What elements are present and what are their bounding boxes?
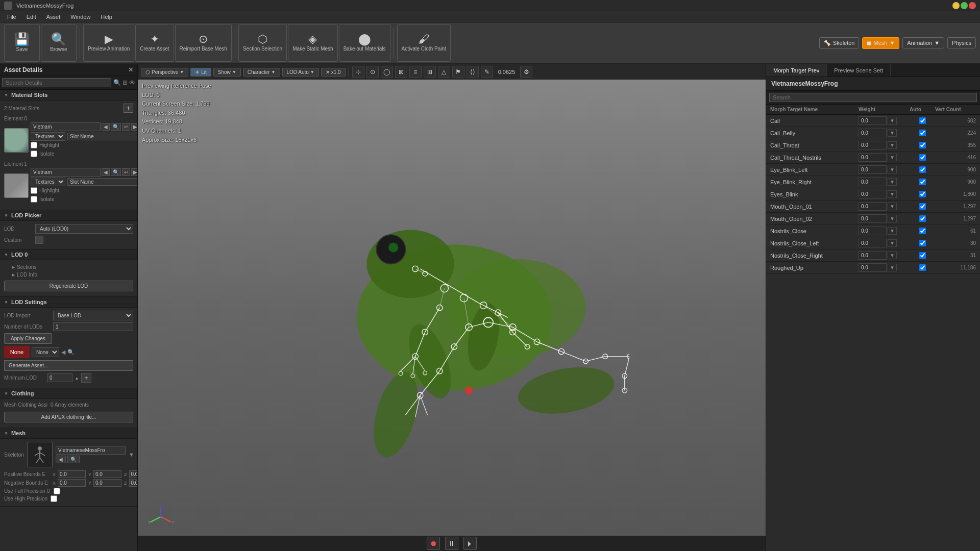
generate-asset-button[interactable]: Generate Asset... <box>4 360 133 371</box>
mesh-section-header[interactable]: Mesh <box>0 428 137 439</box>
morph-weight-down-8[interactable]: ▼ <box>888 215 897 222</box>
material-1-slot-name[interactable] <box>67 178 138 186</box>
menu-edit[interactable]: Edit <box>21 13 41 21</box>
morph-weight-down-10[interactable]: ▼ <box>888 239 897 247</box>
mesh-mode-button[interactable]: ◼ Mesh ▼ <box>862 37 899 49</box>
morph-auto-checkbox-10[interactable] <box>919 240 926 246</box>
morph-weight-down-1[interactable]: ▼ <box>888 129 897 137</box>
none-dropdown[interactable]: None <box>32 347 59 357</box>
save-button[interactable]: 💾 Save <box>4 24 40 62</box>
material-0-find[interactable]: 🔍 <box>111 123 121 131</box>
maximize-button[interactable] <box>961 2 968 9</box>
eye-icon[interactable]: 👁 <box>129 79 135 86</box>
morph-weight-input-3[interactable] <box>859 153 887 162</box>
morph-weight-down-7[interactable]: ▼ <box>888 203 897 210</box>
morph-auto-checkbox-0[interactable] <box>919 117 926 124</box>
material-0-slot-type[interactable]: Textures <box>31 132 65 141</box>
material-1-arrow-left[interactable]: ◀ <box>102 168 110 176</box>
morph-weight-down-6[interactable]: ▼ <box>888 190 897 198</box>
morph-weight-down-4[interactable]: ▼ <box>888 166 897 173</box>
morph-auto-checkbox-5[interactable] <box>919 179 926 185</box>
negative-bounds-x-input[interactable] <box>58 479 86 487</box>
custom-checkbox[interactable] <box>35 236 43 244</box>
material-0-arrow-left[interactable]: ◀ <box>102 123 110 131</box>
morph-auto-checkbox-2[interactable] <box>919 142 926 148</box>
play-button[interactable]: ⏵ <box>463 537 477 550</box>
search-details-input[interactable] <box>2 78 111 87</box>
material-0-reset[interactable]: ↩ <box>122 123 130 131</box>
clothing-section-header[interactable]: Clothing <box>0 388 137 399</box>
morph-auto-checkbox-9[interactable] <box>919 228 926 234</box>
lod-arrow-left[interactable]: ◀ <box>61 349 65 356</box>
morph-weight-down-2[interactable]: ▼ <box>888 141 897 149</box>
vp-tool-10[interactable]: ✎ <box>481 66 493 78</box>
apply-changes-button[interactable]: Apply Changes <box>4 333 52 344</box>
morph-auto-checkbox-7[interactable] <box>919 203 926 210</box>
lod-arrow-right[interactable]: 🔍 <box>67 349 75 356</box>
material-1-find[interactable]: 🔍 <box>111 168 121 176</box>
morph-weight-down-3[interactable]: ▼ <box>888 154 897 161</box>
skeleton-name-input[interactable] <box>56 446 126 455</box>
scale-button[interactable]: ✕ x1.0 <box>321 68 346 77</box>
morph-auto-checkbox-6[interactable] <box>919 191 926 197</box>
morph-weight-input-9[interactable] <box>859 227 887 235</box>
skeleton-mode-button[interactable]: 🦴 Skeleton <box>819 37 860 49</box>
browse-button[interactable]: 🔍 Browse <box>41 24 77 62</box>
morph-auto-checkbox-12[interactable] <box>919 264 926 271</box>
viewport[interactable]: ⬡ Perspective ▼ ☀ Lit Show ▼ Character ▼… <box>138 64 766 551</box>
morph-auto-checkbox-4[interactable] <box>919 166 926 173</box>
lod0-section-header[interactable]: LOD 0 <box>0 249 137 260</box>
morph-weight-down-9[interactable]: ▼ <box>888 227 897 235</box>
menu-file[interactable]: File <box>2 13 21 21</box>
close-button[interactable] <box>969 2 976 9</box>
close-left-panel-button[interactable]: ✕ <box>128 66 133 73</box>
morph-auto-checkbox-8[interactable] <box>919 215 926 222</box>
vp-tool-9[interactable]: ⟨⟩ <box>467 66 479 78</box>
morph-weight-down-0[interactable]: ▼ <box>888 117 897 124</box>
morph-weight-input-4[interactable] <box>859 165 887 174</box>
character-button[interactable]: Character ▼ <box>243 68 280 77</box>
material-1-isolate-checkbox[interactable] <box>31 196 37 203</box>
high-precision-checkbox[interactable] <box>51 495 57 502</box>
morph-weight-input-11[interactable] <box>859 251 887 260</box>
vp-tool-2[interactable]: ⊙ <box>366 66 379 78</box>
skeleton-search[interactable]: 🔍 <box>67 456 80 463</box>
bake-out-materials-button[interactable]: ⬤ Bake out Materials <box>339 24 390 62</box>
material-1-reset[interactable]: ↩ <box>122 168 130 176</box>
morph-weight-down-5[interactable]: ▼ <box>888 178 897 186</box>
add-material-slot-button[interactable]: + <box>124 104 133 113</box>
menu-window[interactable]: Window <box>65 13 95 21</box>
preview-animation-button[interactable]: ▶ Preview Animation <box>83 24 134 62</box>
full-precision-checkbox[interactable] <box>54 488 60 494</box>
menu-asset[interactable]: Asset <box>41 13 66 21</box>
morph-weight-input-6[interactable] <box>859 190 887 198</box>
add-lod-button[interactable]: + <box>81 373 91 383</box>
lod-select[interactable]: Auto (LOD0) <box>35 224 133 234</box>
positive-bounds-x-input[interactable] <box>58 470 86 478</box>
material-1-expand[interactable]: ▶ <box>131 168 138 176</box>
morph-weight-input-1[interactable] <box>859 129 887 137</box>
morph-weight-input-8[interactable] <box>859 214 887 223</box>
material-0-slot-name[interactable] <box>67 133 138 140</box>
reimport-base-mesh-button[interactable]: ⊙ Reimport Base Mesh <box>175 24 232 62</box>
vp-tool-8[interactable]: ⚑ <box>452 66 464 78</box>
morph-target-prev-tab[interactable]: Morph Target Prev <box>766 64 827 77</box>
material-1-highlight-checkbox[interactable] <box>31 187 37 194</box>
material-0-highlight-checkbox[interactable] <box>31 142 37 148</box>
material-slots-section-header[interactable]: Material Slots <box>0 90 137 101</box>
material-0-name-input[interactable] <box>31 122 101 131</box>
lit-button[interactable]: ☀ Lit <box>190 68 211 77</box>
material-0-expand[interactable]: ▶ <box>131 123 138 131</box>
regenerate-lod-button[interactable]: Regenerate LOD <box>4 281 133 291</box>
num-lods-input[interactable] <box>53 322 133 331</box>
morph-search-input[interactable] <box>769 93 977 102</box>
make-static-mesh-button[interactable]: ◈ Make Static Mesh <box>288 24 337 62</box>
record-button[interactable]: ⏺ <box>427 537 440 550</box>
skeleton-arrow-left[interactable]: ◀ <box>56 456 66 463</box>
animation-mode-button[interactable]: Animation ▼ <box>902 37 944 48</box>
morph-weight-input-0[interactable] <box>859 116 887 125</box>
vp-tool-1[interactable]: ⊹ <box>352 66 364 78</box>
morph-weight-input-12[interactable] <box>859 263 887 272</box>
min-lod-arrow[interactable]: ▲ <box>75 375 79 381</box>
lod-import-select[interactable]: Base LOD <box>53 311 133 320</box>
